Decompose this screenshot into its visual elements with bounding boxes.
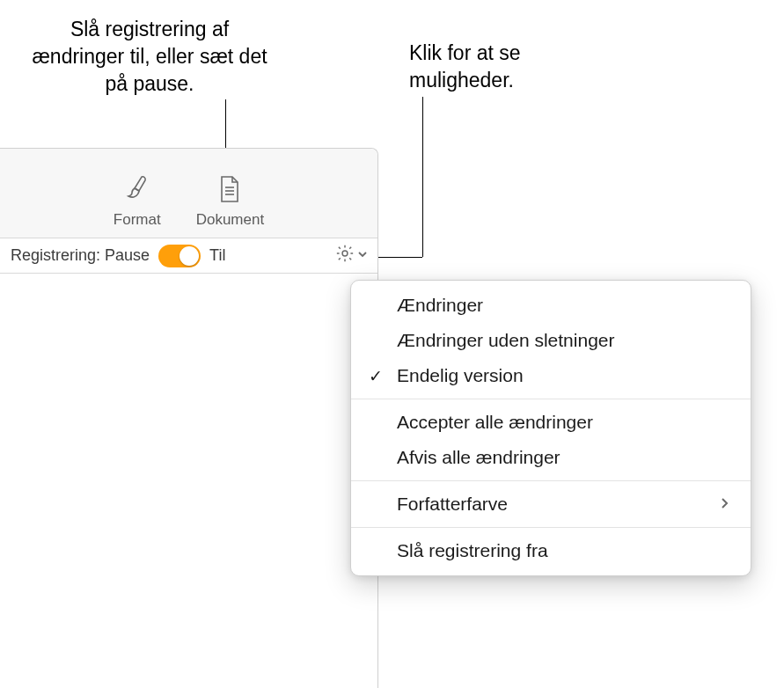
- menu-separator: [351, 527, 751, 528]
- callout-line: [422, 97, 423, 257]
- menu-item-label: Ændringer: [397, 295, 483, 316]
- tracking-bar: Registrering: Pause Til: [0, 238, 377, 274]
- document-area[interactable]: [0, 274, 377, 688]
- callout-toggle-description: Slå registrering af ændringer til, eller…: [26, 16, 273, 98]
- format-label: Format: [114, 211, 161, 229]
- menu-item-final-version[interactable]: ✓ Endelig version: [351, 358, 751, 393]
- menu-item-label: Forfatterfarve: [397, 494, 508, 515]
- menu-item-label: Afvis alle ændringer: [397, 447, 561, 468]
- menu-item-label: Slå registrering fra: [397, 540, 548, 561]
- toggle-knob: [180, 246, 199, 266]
- menu-item-author-color[interactable]: Forfatterfarve: [351, 487, 751, 522]
- tracking-status-label: Registrering: Pause: [11, 246, 150, 265]
- document-icon: [216, 174, 244, 206]
- tracking-on-label: Til: [209, 246, 225, 265]
- checkmark-icon: ✓: [369, 366, 383, 386]
- menu-item-changes[interactable]: Ændringer: [351, 288, 751, 323]
- menu-separator: [351, 480, 751, 481]
- document-button[interactable]: Dokument: [196, 174, 264, 229]
- format-button[interactable]: Format: [114, 174, 161, 229]
- menu-item-changes-without-deletions[interactable]: Ændringer uden sletninger: [351, 323, 751, 358]
- callout-menu-description: Klik for at se muligheder.: [409, 40, 612, 94]
- menu-item-label: Endelig version: [397, 365, 524, 386]
- chevron-down-icon: [356, 246, 369, 265]
- tracking-toggle[interactable]: [158, 245, 201, 267]
- toolbar: Format Dokument: [0, 149, 377, 238]
- menu-separator: [351, 399, 751, 399]
- menu-item-reject-all[interactable]: Afvis alle ændringer: [351, 440, 751, 475]
- tracking-options-button[interactable]: [335, 244, 369, 267]
- chevron-right-icon: [720, 494, 729, 515]
- menu-item-label: Accepter alle ændringer: [397, 412, 593, 433]
- tracking-options-menu: Ændringer Ændringer uden sletninger ✓ En…: [350, 280, 751, 576]
- brush-icon: [123, 174, 151, 206]
- menu-item-label: Ændringer uden sletninger: [397, 330, 615, 351]
- inspector-panel: Format Dokument Registrering: Pause Til: [0, 148, 378, 688]
- menu-item-accept-all[interactable]: Accepter alle ændringer: [351, 405, 751, 440]
- svg-point-3: [342, 251, 348, 256]
- callout-line: [373, 257, 422, 258]
- gear-icon: [335, 244, 355, 267]
- document-label: Dokument: [196, 211, 264, 229]
- menu-item-turn-off-tracking[interactable]: Slå registrering fra: [351, 533, 751, 568]
